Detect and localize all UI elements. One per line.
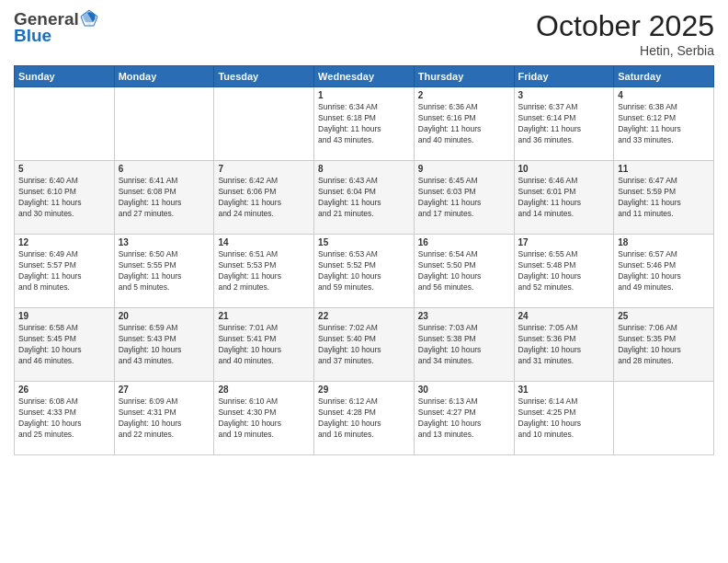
day-number: 27: [119, 385, 210, 395]
day-number: 13: [119, 237, 210, 247]
day-content: Sunrise: 6:36 AM Sunset: 6:16 PM Dayligh…: [418, 102, 510, 146]
day-content: Sunrise: 6:13 AM Sunset: 4:27 PM Dayligh…: [418, 396, 510, 441]
day-number: 22: [318, 311, 410, 321]
calendar-cell: 18Sunrise: 6:57 AM Sunset: 5:46 PM Dayli…: [614, 235, 714, 308]
calendar-cell: 4Sunrise: 6:38 AM Sunset: 6:12 PM Daylig…: [614, 87, 714, 161]
calendar-cell: 11Sunrise: 6:47 AM Sunset: 5:59 PM Dayli…: [614, 161, 714, 235]
day-number: 10: [518, 164, 610, 174]
logo: General Blue: [14, 9, 98, 46]
calendar-cell: 25Sunrise: 7:06 AM Sunset: 5:35 PM Dayli…: [614, 308, 714, 382]
day-number: 5: [18, 164, 110, 174]
day-number: 21: [218, 311, 310, 321]
day-number: 6: [119, 164, 210, 174]
day-number: 9: [418, 164, 510, 174]
day-content: Sunrise: 6:38 AM Sunset: 6:12 PM Dayligh…: [618, 102, 710, 146]
day-content: Sunrise: 6:46 AM Sunset: 6:01 PM Dayligh…: [518, 176, 610, 220]
calendar-table: SundayMondayTuesdayWednesdayThursdayFrid…: [14, 65, 714, 455]
day-content: Sunrise: 6:45 AM Sunset: 6:03 PM Dayligh…: [418, 176, 510, 220]
day-number: 31: [518, 385, 610, 395]
calendar-cell: 31Sunrise: 6:14 AM Sunset: 4:25 PM Dayli…: [514, 382, 614, 455]
day-content: Sunrise: 6:58 AM Sunset: 5:45 PM Dayligh…: [18, 323, 110, 367]
day-content: Sunrise: 6:43 AM Sunset: 6:04 PM Dayligh…: [318, 176, 410, 220]
day-content: Sunrise: 6:09 AM Sunset: 4:31 PM Dayligh…: [119, 396, 210, 441]
calendar-cell: [614, 382, 714, 455]
calendar-cell: 15Sunrise: 6:53 AM Sunset: 5:52 PM Dayli…: [314, 235, 415, 308]
day-number: 29: [318, 385, 410, 395]
day-content: Sunrise: 6:41 AM Sunset: 6:08 PM Dayligh…: [119, 176, 210, 220]
day-content: Sunrise: 6:42 AM Sunset: 6:06 PM Dayligh…: [218, 176, 310, 220]
day-number: 14: [218, 237, 310, 247]
calendar-cell: 16Sunrise: 6:54 AM Sunset: 5:50 PM Dayli…: [414, 235, 514, 308]
calendar-cell: 17Sunrise: 6:55 AM Sunset: 5:48 PM Dayli…: [514, 235, 614, 308]
day-number: 19: [18, 311, 110, 321]
day-content: Sunrise: 6:57 AM Sunset: 5:46 PM Dayligh…: [618, 249, 710, 293]
calendar-cell: 6Sunrise: 6:41 AM Sunset: 6:08 PM Daylig…: [114, 161, 214, 235]
calendar-cell: 8Sunrise: 6:43 AM Sunset: 6:04 PM Daylig…: [314, 161, 415, 235]
calendar-cell: 20Sunrise: 6:59 AM Sunset: 5:43 PM Dayli…: [114, 308, 214, 382]
day-content: Sunrise: 6:59 AM Sunset: 5:43 PM Dayligh…: [119, 323, 210, 367]
weekday-monday: Monday: [114, 66, 214, 87]
day-number: 16: [418, 237, 510, 247]
calendar-cell: 12Sunrise: 6:49 AM Sunset: 5:57 PM Dayli…: [15, 235, 115, 308]
day-number: 8: [318, 164, 410, 174]
page: General Blue October 2025 Hetin, Serbia …: [0, 0, 728, 563]
day-content: Sunrise: 6:49 AM Sunset: 5:57 PM Dayligh…: [18, 249, 110, 293]
weekday-tuesday: Tuesday: [214, 66, 314, 87]
day-content: Sunrise: 6:40 AM Sunset: 6:10 PM Dayligh…: [18, 176, 110, 220]
calendar-cell: 26Sunrise: 6:08 AM Sunset: 4:33 PM Dayli…: [15, 382, 115, 455]
day-number: 1: [318, 90, 410, 100]
calendar-cell: 27Sunrise: 6:09 AM Sunset: 4:31 PM Dayli…: [114, 382, 214, 455]
weekday-wednesday: Wednesday: [314, 66, 415, 87]
calendar-cell: 14Sunrise: 6:51 AM Sunset: 5:53 PM Dayli…: [214, 235, 314, 308]
day-content: Sunrise: 6:08 AM Sunset: 4:33 PM Dayligh…: [18, 396, 110, 441]
calendar-cell: [114, 87, 214, 161]
day-content: Sunrise: 7:01 AM Sunset: 5:41 PM Dayligh…: [218, 323, 310, 367]
day-content: Sunrise: 6:55 AM Sunset: 5:48 PM Dayligh…: [518, 249, 610, 293]
week-row-2: 5Sunrise: 6:40 AM Sunset: 6:10 PM Daylig…: [15, 161, 714, 235]
day-number: 18: [618, 237, 710, 247]
day-number: 11: [618, 164, 710, 174]
calendar-cell: 19Sunrise: 6:58 AM Sunset: 5:45 PM Dayli…: [15, 308, 115, 382]
day-number: 17: [518, 237, 610, 247]
weekday-header-row: SundayMondayTuesdayWednesdayThursdayFrid…: [15, 66, 714, 87]
day-number: 24: [518, 311, 610, 321]
calendar-cell: 21Sunrise: 7:01 AM Sunset: 5:41 PM Dayli…: [214, 308, 314, 382]
calendar-cell: 13Sunrise: 6:50 AM Sunset: 5:55 PM Dayli…: [114, 235, 214, 308]
calendar-cell: 30Sunrise: 6:13 AM Sunset: 4:27 PM Dayli…: [414, 382, 514, 455]
week-row-5: 26Sunrise: 6:08 AM Sunset: 4:33 PM Dayli…: [15, 382, 714, 455]
logo-icon: [80, 9, 98, 28]
calendar-cell: 22Sunrise: 7:02 AM Sunset: 5:40 PM Dayli…: [314, 308, 415, 382]
title-block: October 2025 Hetin, Serbia: [536, 9, 714, 58]
calendar-cell: 3Sunrise: 6:37 AM Sunset: 6:14 PM Daylig…: [514, 87, 614, 161]
day-content: Sunrise: 6:54 AM Sunset: 5:50 PM Dayligh…: [418, 249, 510, 293]
day-content: Sunrise: 6:53 AM Sunset: 5:52 PM Dayligh…: [318, 249, 410, 293]
calendar-cell: [15, 87, 115, 161]
day-number: 20: [119, 311, 210, 321]
weekday-saturday: Saturday: [614, 66, 714, 87]
day-number: 7: [218, 164, 310, 174]
weekday-thursday: Thursday: [414, 66, 514, 87]
day-content: Sunrise: 6:47 AM Sunset: 5:59 PM Dayligh…: [618, 176, 710, 220]
week-row-1: 1Sunrise: 6:34 AM Sunset: 6:18 PM Daylig…: [15, 87, 714, 161]
day-content: Sunrise: 6:10 AM Sunset: 4:30 PM Dayligh…: [218, 396, 310, 441]
week-row-3: 12Sunrise: 6:49 AM Sunset: 5:57 PM Dayli…: [15, 235, 714, 308]
day-content: Sunrise: 6:14 AM Sunset: 4:25 PM Dayligh…: [518, 396, 610, 441]
day-number: 26: [18, 385, 110, 395]
header: General Blue October 2025 Hetin, Serbia: [14, 9, 714, 58]
calendar-cell: [214, 87, 314, 161]
day-number: 23: [418, 311, 510, 321]
calendar-cell: 24Sunrise: 7:05 AM Sunset: 5:36 PM Dayli…: [514, 308, 614, 382]
calendar-cell: 28Sunrise: 6:10 AM Sunset: 4:30 PM Dayli…: [214, 382, 314, 455]
day-content: Sunrise: 7:05 AM Sunset: 5:36 PM Dayligh…: [518, 323, 610, 367]
day-number: 30: [418, 385, 510, 395]
day-number: 28: [218, 385, 310, 395]
day-content: Sunrise: 6:34 AM Sunset: 6:18 PM Dayligh…: [318, 102, 410, 146]
month-title: October 2025: [536, 9, 714, 43]
day-content: Sunrise: 6:37 AM Sunset: 6:14 PM Dayligh…: [518, 102, 610, 146]
day-number: 3: [518, 90, 610, 100]
calendar-cell: 29Sunrise: 6:12 AM Sunset: 4:28 PM Dayli…: [314, 382, 415, 455]
week-row-4: 19Sunrise: 6:58 AM Sunset: 5:45 PM Dayli…: [15, 308, 714, 382]
day-content: Sunrise: 6:50 AM Sunset: 5:55 PM Dayligh…: [119, 249, 210, 293]
day-content: Sunrise: 7:02 AM Sunset: 5:40 PM Dayligh…: [318, 323, 410, 367]
weekday-sunday: Sunday: [15, 66, 115, 87]
